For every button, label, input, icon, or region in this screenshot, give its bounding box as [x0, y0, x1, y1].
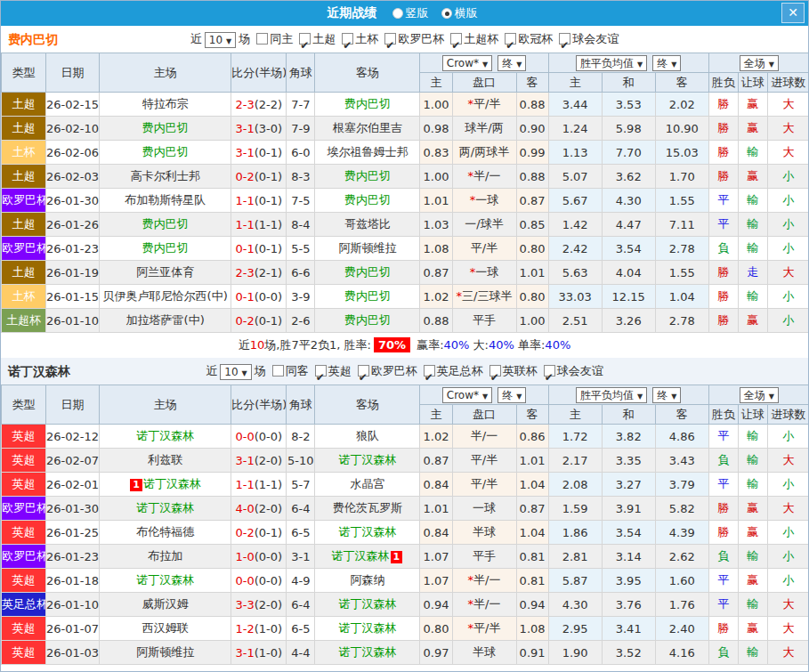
score: 2-3(2-1)	[231, 261, 287, 285]
fulltime-score: 3-1	[235, 646, 254, 660]
layout-radio-horizontal[interactable]: 横版	[441, 6, 478, 20]
avg-select[interactable]: 胜平负均值▼	[576, 55, 647, 71]
avg-group: 胜平负均值▼终▼	[548, 53, 708, 73]
league-checkbox[interactable]	[489, 365, 501, 376]
halftime-score: (1-1)	[255, 478, 282, 491]
fulltime-score: 3-3	[235, 598, 254, 611]
bookmaker-select[interactable]: Crow*▼	[442, 55, 492, 71]
final-select[interactable]: 终▼	[652, 55, 681, 71]
avg-select[interactable]: 胜平负均值▼	[576, 387, 647, 403]
match-date: 26-01-10	[46, 309, 100, 333]
fulltime-group: 全场▼	[708, 385, 809, 405]
result-wdl: 平	[708, 425, 738, 449]
handicap-value: 半球	[473, 645, 496, 659]
handicap: *半/一	[452, 569, 516, 593]
avg-home: 1.24	[548, 117, 602, 141]
bookmaker-select[interactable]: Crow*▼	[442, 387, 492, 403]
halftime-score: (0-1)	[255, 194, 282, 207]
avg-home: 2.42	[548, 237, 602, 261]
radio-selected-icon[interactable]	[441, 8, 452, 19]
avg-draw: 3.41	[602, 617, 655, 641]
away-team: 诺丁汉森林	[315, 449, 420, 473]
handicap: *平/半	[452, 93, 516, 117]
odds-home: 0.97	[420, 641, 452, 665]
record-summary: 近10场,胜7平2负1, 胜率:70% 赢率:40% 大:40% 单率:40%	[1, 333, 808, 358]
corner-count: 6-4	[287, 593, 315, 617]
handicap-value: 半球	[473, 525, 496, 538]
result-goals: 小	[767, 569, 809, 593]
match-row: 欧罗巴杯26-01-30诺丁汉森林4-0(2-0)6-4费伦茨瓦罗斯1.01一球…	[2, 497, 809, 521]
team-cell-name: 诺丁汉森林	[136, 501, 194, 514]
col-home: 主场	[100, 385, 231, 425]
radio-horizontal-label: 横版	[455, 6, 478, 20]
score: 4-0(2-0)	[231, 497, 287, 521]
league-label: 英联杯	[503, 364, 538, 377]
result-wdl: 負	[708, 641, 738, 665]
avg-away: 1.55	[655, 189, 708, 213]
handicap-value: 平手	[473, 313, 496, 327]
fulltime-select[interactable]: 全场▼	[740, 55, 779, 71]
avg-home: 1.86	[548, 521, 602, 545]
same-venue-checkbox[interactable]	[256, 33, 268, 45]
away-team: 阿斯顿维拉	[315, 237, 420, 261]
odds-away: 0.90	[516, 117, 548, 141]
result-let-ball: 赢	[738, 497, 767, 521]
handicap: 一/球半	[452, 213, 516, 237]
match-date: 26-02-06	[46, 141, 100, 165]
match-type: 英超	[2, 617, 46, 641]
home-team: 费内巴切	[100, 213, 231, 237]
avg-draw: 7.70	[602, 141, 655, 165]
league-checkbox[interactable]	[384, 33, 396, 45]
match-type: 土超	[2, 93, 46, 117]
league-checkbox[interactable]	[450, 33, 462, 45]
result-let-ball: 輸	[738, 449, 767, 473]
match-count-select[interactable]: 10▼	[205, 32, 236, 48]
match-type: 英超	[2, 569, 46, 593]
final-select[interactable]: 终▼	[652, 387, 681, 403]
fulltime-score: 1-1	[235, 218, 254, 231]
layout-radio-vertical[interactable]: 竖版	[392, 6, 429, 20]
league-label: 土杯	[355, 32, 378, 45]
corner-count: 8-2	[287, 425, 315, 449]
games-label: 场	[255, 364, 266, 377]
col-handicap: 盘口	[452, 405, 516, 425]
handicap: *一球	[452, 261, 516, 285]
away-team: 费内巴切	[315, 285, 420, 309]
team-cell-name: 费内巴切	[142, 241, 189, 255]
match-row: 土超26-02-10费内巴切3-1(3-0)7-9根塞尔伯里吉0.98球半/两0…	[2, 117, 809, 141]
fulltime-select[interactable]: 全场▼	[740, 387, 779, 403]
league-checkbox[interactable]	[358, 365, 369, 376]
league-checkbox[interactable]	[315, 365, 327, 376]
games-label: 场	[239, 32, 250, 45]
league-checkbox[interactable]	[342, 33, 353, 45]
score: 1-1(0-1)	[231, 189, 287, 213]
home-team: 布加勒斯特星队	[100, 189, 231, 213]
odds-home: 0.83	[420, 141, 452, 165]
league-checkbox[interactable]	[559, 33, 570, 45]
same-venue-checkbox[interactable]	[272, 365, 284, 376]
match-count-select[interactable]: 10▼	[220, 364, 251, 380]
corner-count: 6-4	[287, 497, 315, 521]
col-odds-home: 主	[420, 405, 452, 425]
odds-home: 0.94	[420, 593, 452, 617]
avg-draw: 3.95	[602, 569, 655, 593]
odds-home: 1.07	[420, 569, 452, 593]
league-checkbox[interactable]	[424, 365, 435, 376]
team-cell-name: 诺丁汉森林	[338, 597, 396, 611]
corner-count: 3-1	[287, 545, 315, 569]
league-checkbox[interactable]	[505, 33, 516, 45]
result-goals: 大	[767, 641, 809, 665]
close-icon[interactable]: ✕	[781, 3, 805, 23]
halftime-score: (0-1)	[255, 146, 282, 159]
halftime-score: (0-1)	[255, 170, 282, 183]
final-select[interactable]: 终▼	[498, 387, 526, 403]
score: 0-0(0-0)	[231, 569, 287, 593]
team-cell-name: 阿斯顿维拉	[136, 645, 194, 659]
league-checkbox[interactable]	[299, 33, 311, 45]
team-cell-name: 费内巴切	[142, 145, 189, 158]
radio-unselected-icon[interactable]	[392, 8, 403, 19]
handicap-value: *半/一	[468, 573, 501, 587]
handicap-value: 两/两球半	[459, 145, 509, 158]
league-checkbox[interactable]	[544, 365, 555, 376]
corner-count: 8-4	[287, 213, 315, 237]
